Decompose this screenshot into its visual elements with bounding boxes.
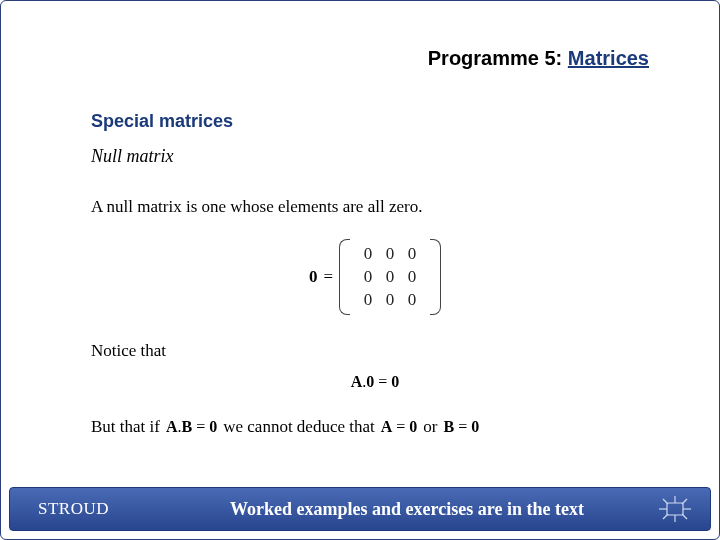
slide: Programme 5: Matrices Special matrices N…: [0, 0, 720, 540]
matrix-cell: 0: [364, 244, 373, 264]
notice-equation-wrap: A.0 = 0: [91, 373, 659, 391]
matrix-cell: 0: [364, 267, 373, 287]
matrix-cell: 0: [408, 244, 417, 264]
notice-text: Notice that: [91, 341, 166, 360]
matrix-cell: 0: [386, 290, 395, 310]
footer-bar: STROUD Worked examples and exercises are…: [9, 487, 711, 531]
but-line: But that if A.B = 0 we cannot deduce tha…: [91, 417, 659, 437]
matrix-grid: 0 0 0 0 0 0 0 0 0: [349, 239, 431, 315]
matrix-cell: 0: [408, 267, 417, 287]
left-paren-icon: [339, 239, 349, 315]
eq-ab: A.B = 0: [166, 418, 217, 436]
right-paren-icon: [431, 239, 441, 315]
or-text: or: [423, 417, 437, 437]
matrix-cell: 0: [386, 267, 395, 287]
svg-line-8: [682, 514, 687, 519]
programme-label: Programme 5:: [428, 47, 563, 69]
matrix-cell: 0: [364, 290, 373, 310]
section-subtitle: Null matrix: [91, 146, 659, 167]
paragraph-definition: A null matrix is one whose elements are …: [91, 197, 659, 217]
svg-line-6: [682, 499, 687, 504]
eq-a0: A = 0: [381, 418, 418, 436]
eq-b0: B = 0: [444, 418, 480, 436]
nav-compass-icon: [654, 494, 696, 524]
matrix-brackets: 0 0 0 0 0 0 0 0 0: [339, 239, 441, 315]
footer-brand: STROUD: [10, 499, 160, 519]
slide-body: Special matrices Null matrix A null matr…: [91, 111, 659, 437]
matrix-cell: 0: [408, 290, 417, 310]
but-text: But that if: [91, 417, 160, 437]
mid-text: we cannot deduce that: [223, 417, 375, 437]
notice-equation: A.0 = 0: [351, 373, 400, 390]
svg-line-7: [663, 514, 668, 519]
topic-label: Matrices: [568, 47, 649, 69]
slide-header: Programme 5: Matrices: [428, 47, 649, 70]
svg-rect-0: [667, 503, 683, 515]
matrix-lhs: 0: [309, 267, 318, 287]
notice-line: Notice that: [91, 341, 659, 361]
matrix-cell: 0: [386, 244, 395, 264]
null-matrix-equation: 0 = 0 0 0 0 0 0 0 0 0: [91, 239, 659, 315]
svg-line-5: [663, 499, 668, 504]
footer-text: Worked examples and exercises are in the…: [160, 499, 654, 520]
section-title: Special matrices: [91, 111, 659, 132]
equals-sign: =: [323, 267, 333, 287]
